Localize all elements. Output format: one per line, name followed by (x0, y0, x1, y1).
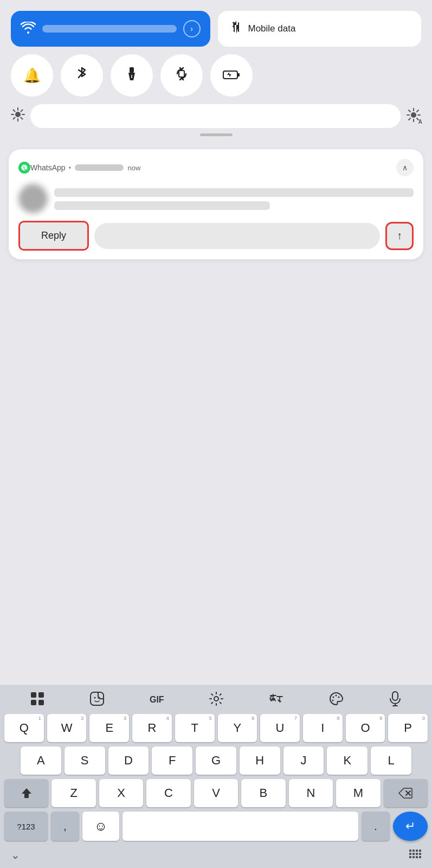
mobile-data-label: Mobile data (248, 23, 296, 34)
rotate-toggle[interactable] (160, 54, 203, 97)
send-reply-button[interactable]: ↑ (385, 222, 414, 250)
key-o[interactable]: O9 (346, 714, 385, 742)
emoji-key[interactable]: ☺ (82, 812, 119, 841)
notification-app-name: WhatsApp (30, 163, 66, 172)
key-u[interactable]: U7 (260, 714, 300, 742)
key-x[interactable]: X (99, 779, 143, 807)
backspace-key[interactable] (384, 779, 428, 807)
keyboard-layout-icon[interactable] (409, 850, 421, 860)
brightness-fill (30, 104, 234, 128)
key-s[interactable]: S (65, 746, 105, 775)
emoji-icon: ☺ (94, 819, 108, 834)
svg-rect-25 (31, 692, 36, 698)
key-m[interactable]: M (336, 779, 380, 807)
whatsapp-app-icon (18, 162, 30, 174)
notifications-toggle[interactable]: 🔔 (11, 54, 53, 97)
numbers-symbols-key[interactable]: ?123 (4, 812, 48, 841)
keyboard-nav-row: ⌄ (2, 844, 430, 864)
microphone-icon[interactable] (389, 691, 402, 709)
comma-label: , (63, 820, 67, 833)
svg-point-34 (333, 697, 334, 698)
key-g[interactable]: G (196, 746, 236, 775)
brightness-slider[interactable] (30, 104, 401, 128)
apps-grid-icon[interactable] (30, 692, 44, 708)
settings-gear-icon[interactable] (209, 692, 223, 708)
key-n[interactable]: N (289, 779, 333, 807)
key-r[interactable]: R4 (132, 714, 172, 742)
keyboard-main-keys: Q1 W2 E3 R4 T5 Y6 U7 I8 O9 P0 A S D F G … (2, 714, 430, 807)
translate-icon[interactable]: G (268, 691, 283, 709)
key-b[interactable]: B (241, 779, 285, 807)
comma-key[interactable]: , (51, 812, 79, 841)
shift-key[interactable] (4, 779, 48, 807)
key-d[interactable]: D (108, 746, 149, 775)
notification-shade-handle (200, 133, 233, 136)
brightness-row: A (11, 104, 421, 128)
reply-input-field[interactable] (94, 223, 380, 249)
keyboard-bottom-row: ?123 , ☺ . ↵ (2, 812, 430, 844)
keyboard-row-1: Q1 W2 E3 R4 T5 Y6 U7 I8 O9 P0 (4, 714, 428, 742)
gif-icon[interactable]: GIF (150, 695, 164, 705)
svg-rect-26 (38, 692, 44, 698)
svg-point-15 (411, 112, 416, 118)
key-w[interactable]: W2 (47, 714, 87, 742)
key-y[interactable]: Y6 (218, 714, 257, 742)
key-v[interactable]: V (194, 779, 238, 807)
svg-line-23 (417, 110, 418, 112)
wifi-tile[interactable]: › (11, 11, 210, 47)
svg-point-37 (332, 700, 334, 701)
flashlight-toggle[interactable] (111, 54, 153, 97)
svg-point-6 (15, 112, 21, 117)
sticker-icon[interactable] (89, 691, 105, 709)
key-t[interactable]: T5 (175, 714, 215, 742)
key-k[interactable]: K (327, 746, 367, 775)
svg-rect-50 (419, 853, 421, 855)
reply-button[interactable]: Reply (18, 221, 89, 251)
notification-expand-button[interactable]: ∧ (396, 159, 414, 176)
period-key[interactable]: . (362, 812, 390, 841)
key-f[interactable]: F (152, 746, 192, 775)
brightness-auto-icon-container: A (406, 107, 421, 125)
key-l[interactable]: L (371, 746, 411, 775)
key-i[interactable]: I8 (303, 714, 343, 742)
wifi-expand-chevron[interactable]: › (183, 20, 201, 37)
keyboard-row-2: A S D F G H J K L (4, 746, 428, 775)
svg-rect-53 (416, 856, 418, 858)
key-z[interactable]: Z (51, 779, 95, 807)
palette-icon[interactable] (328, 691, 344, 709)
svg-rect-49 (416, 853, 418, 855)
key-a[interactable]: A (21, 746, 61, 775)
notification-header: WhatsApp • now ∧ (18, 159, 414, 176)
keyboard: GIF G (0, 685, 432, 868)
svg-point-32 (214, 697, 218, 701)
svg-rect-27 (31, 700, 36, 705)
svg-point-36 (338, 697, 340, 698)
svg-point-35 (336, 695, 337, 697)
svg-rect-54 (419, 856, 421, 858)
notification-dot: • (69, 163, 72, 172)
wifi-icon (21, 21, 36, 37)
enter-key[interactable]: ↵ (393, 812, 428, 841)
battery-saver-toggle[interactable] (210, 54, 253, 97)
bluetooth-icon (76, 66, 87, 85)
space-key[interactable] (122, 812, 358, 841)
period-label: . (374, 820, 377, 833)
key-h[interactable]: H (240, 746, 280, 775)
bluetooth-toggle[interactable] (61, 54, 103, 97)
key-j[interactable]: J (283, 746, 324, 775)
svg-line-14 (21, 110, 23, 112)
num-key-label: ?123 (17, 822, 35, 831)
message-text-blur-2 (54, 201, 270, 210)
svg-rect-3 (179, 71, 184, 77)
keyboard-hide-button[interactable]: ⌄ (11, 848, 20, 861)
key-p[interactable]: P0 (388, 714, 428, 742)
svg-rect-46 (419, 850, 421, 852)
notification-time: now (128, 164, 141, 172)
svg-rect-48 (412, 853, 415, 855)
wifi-network-name-blur (42, 25, 177, 33)
key-c[interactable]: C (146, 779, 190, 807)
mobile-data-tile[interactable]: ↕ Mobile data (218, 11, 422, 47)
qs-toggles-row: 🔔 (11, 54, 421, 97)
key-e[interactable]: E3 (89, 714, 129, 742)
key-q[interactable]: Q1 (4, 714, 44, 742)
